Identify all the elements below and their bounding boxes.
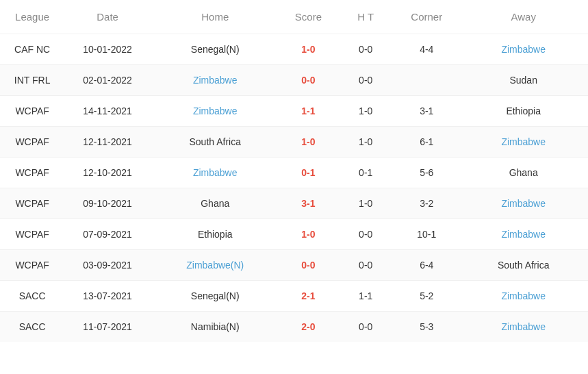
cell-away: Ghana	[459, 158, 588, 188]
cell-league: WCPAF	[0, 250, 64, 281]
cell-corner	[394, 65, 459, 96]
cell-corner: 3-2	[394, 188, 459, 219]
cell-away[interactable]: Zimbabwe	[459, 127, 588, 158]
table-header-row: League Date Home Score H T Corner Away	[0, 0, 588, 34]
table-row: WCPAF12-10-2021Zimbabwe0-10-15-6Ghana	[0, 158, 588, 188]
cell-league: CAF NC	[0, 34, 64, 65]
table-row: WCPAF07-09-2021Ethiopia1-00-010-1Zimbabw…	[0, 219, 588, 250]
cell-ht: 1-0	[337, 96, 394, 127]
cell-score: 1-0	[280, 219, 337, 250]
header-corner: Corner	[394, 0, 459, 34]
cell-home[interactable]: Zimbabwe	[151, 65, 280, 96]
table-row: WCPAF09-10-2021Ghana3-11-03-2Zimbabwe	[0, 188, 588, 219]
cell-score: 0-1	[280, 158, 337, 188]
cell-date: 09-10-2021	[64, 188, 151, 219]
cell-date: 12-10-2021	[64, 158, 151, 188]
table-row: SACC13-07-2021Senegal(N)2-11-15-2Zimbabw…	[0, 281, 588, 312]
cell-home: Namibia(N)	[151, 312, 280, 342]
cell-league: WCPAF	[0, 96, 64, 127]
cell-league: SACC	[0, 312, 64, 342]
cell-date: 07-09-2021	[64, 219, 151, 250]
cell-home[interactable]: Zimbabwe	[151, 158, 280, 188]
cell-corner: 3-1	[394, 96, 459, 127]
table-row: WCPAF14-11-2021Zimbabwe1-11-03-1Ethiopia	[0, 96, 588, 127]
cell-league: WCPAF	[0, 219, 64, 250]
cell-score: 0-0	[280, 65, 337, 96]
cell-ht: 1-0	[337, 188, 394, 219]
header-score: Score	[280, 0, 337, 34]
cell-corner: 5-2	[394, 281, 459, 312]
cell-score: 1-0	[280, 34, 337, 65]
cell-home: Ghana	[151, 188, 280, 219]
header-home: Home	[151, 0, 280, 34]
cell-corner: 5-3	[394, 312, 459, 342]
cell-ht: 0-0	[337, 312, 394, 342]
table-row: INT FRL02-01-2022Zimbabwe0-00-0Sudan	[0, 65, 588, 96]
cell-away: Sudan	[459, 65, 588, 96]
cell-home[interactable]: Zimbabwe	[151, 96, 280, 127]
cell-ht: 0-0	[337, 250, 394, 281]
cell-score: 1-0	[280, 127, 337, 158]
cell-date: 11-07-2021	[64, 312, 151, 342]
cell-home[interactable]: Zimbabwe(N)	[151, 250, 280, 281]
cell-away[interactable]: Zimbabwe	[459, 219, 588, 250]
table-row: WCPAF03-09-2021Zimbabwe(N)0-00-06-4South…	[0, 250, 588, 281]
table-row: SACC11-07-2021Namibia(N)2-00-05-3Zimbabw…	[0, 312, 588, 342]
cell-league: WCPAF	[0, 158, 64, 188]
cell-league: SACC	[0, 281, 64, 312]
cell-away[interactable]: Zimbabwe	[459, 34, 588, 65]
table-body: CAF NC10-01-2022Senegal(N)1-00-04-4Zimba…	[0, 34, 588, 342]
cell-corner: 6-1	[394, 127, 459, 158]
cell-score: 1-1	[280, 96, 337, 127]
table-row: WCPAF12-11-2021South Africa1-01-06-1Zimb…	[0, 127, 588, 158]
cell-score: 2-0	[280, 312, 337, 342]
cell-ht: 1-1	[337, 281, 394, 312]
cell-home: South Africa	[151, 127, 280, 158]
cell-home: Ethiopia	[151, 219, 280, 250]
cell-date: 13-07-2021	[64, 281, 151, 312]
cell-date: 10-01-2022	[64, 34, 151, 65]
cell-away[interactable]: Zimbabwe	[459, 281, 588, 312]
cell-away: South Africa	[459, 250, 588, 281]
cell-score: 2-1	[280, 281, 337, 312]
cell-ht: 1-0	[337, 127, 394, 158]
header-away: Away	[459, 0, 588, 34]
cell-corner: 6-4	[394, 250, 459, 281]
cell-corner: 4-4	[394, 34, 459, 65]
match-table-container: League Date Home Score H T Corner Away C…	[0, 0, 588, 342]
cell-corner: 5-6	[394, 158, 459, 188]
cell-home: Senegal(N)	[151, 34, 280, 65]
cell-ht: 0-0	[337, 65, 394, 96]
header-league: League	[0, 0, 64, 34]
cell-ht: 0-1	[337, 158, 394, 188]
cell-league: INT FRL	[0, 65, 64, 96]
cell-date: 02-01-2022	[64, 65, 151, 96]
cell-date: 14-11-2021	[64, 96, 151, 127]
cell-score: 0-0	[280, 250, 337, 281]
cell-away[interactable]: Zimbabwe	[459, 188, 588, 219]
cell-home: Senegal(N)	[151, 281, 280, 312]
cell-away: Ethiopia	[459, 96, 588, 127]
cell-ht: 0-0	[337, 219, 394, 250]
cell-away[interactable]: Zimbabwe	[459, 312, 588, 342]
table-row: CAF NC10-01-2022Senegal(N)1-00-04-4Zimba…	[0, 34, 588, 65]
match-table: League Date Home Score H T Corner Away C…	[0, 0, 588, 342]
cell-date: 12-11-2021	[64, 127, 151, 158]
cell-ht: 0-0	[337, 34, 394, 65]
cell-league: WCPAF	[0, 127, 64, 158]
cell-corner: 10-1	[394, 219, 459, 250]
header-date: Date	[64, 0, 151, 34]
cell-score: 3-1	[280, 188, 337, 219]
header-ht: H T	[337, 0, 394, 34]
cell-league: WCPAF	[0, 188, 64, 219]
cell-date: 03-09-2021	[64, 250, 151, 281]
